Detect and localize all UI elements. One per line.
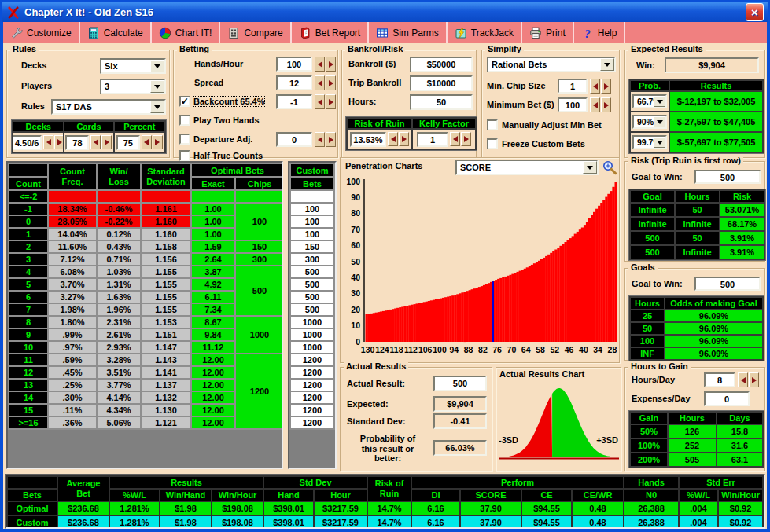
probability-field: 66.03% — [433, 440, 487, 456]
min-chip-field[interactable]: 1 — [558, 79, 588, 94]
chips-bet-cell: 150 — [236, 241, 283, 252]
backcount-field[interactable]: -1 — [276, 94, 312, 109]
spread-field[interactable]: 12 — [276, 75, 312, 90]
custom-bet-cell[interactable]: 1000 — [291, 317, 333, 328]
rules-combo[interactable]: S17 DAS — [51, 99, 166, 115]
players-combo[interactable]: 3 — [100, 79, 166, 94]
custom-bet-cell[interactable]: 300 — [291, 254, 333, 265]
custom-bet-cell[interactable]: 1200 — [291, 417, 333, 428]
hands-hour-spinner[interactable] — [315, 57, 336, 72]
freeze-custom-checkbox[interactable] — [487, 138, 498, 149]
toolbar: CustomizeCalculateChart IT!CompareBet Re… — [3, 22, 767, 44]
trip-bankroll-field[interactable]: $10000 — [410, 75, 473, 91]
chevron-down-icon[interactable] — [150, 80, 164, 93]
winloss-cell: 2.93% — [98, 342, 140, 353]
custom-bet-cell[interactable]: 1200 — [291, 354, 333, 365]
hands-hour-field[interactable]: 100 — [276, 57, 312, 72]
chart-zoom-button[interactable] — [601, 159, 618, 176]
custom-bet-cell[interactable]: 500 — [291, 266, 333, 277]
hours-day-field[interactable]: 8 — [704, 372, 735, 387]
chevron-down-icon[interactable] — [583, 161, 597, 174]
departure-spinner[interactable] — [315, 132, 336, 147]
cards-field[interactable]: 78 — [65, 135, 89, 150]
custom-bet-cell[interactable]: 1200 — [291, 392, 333, 403]
chevron-down-icon[interactable] — [600, 58, 614, 71]
kelly-factor-spinner[interactable] — [450, 132, 471, 146]
toolbar-button-customize[interactable]: Customize — [3, 22, 80, 43]
decks-dealt-spinner[interactable] — [43, 135, 63, 149]
min-chip-spinner[interactable] — [590, 79, 611, 94]
bet-mode-combo[interactable]: Rational Bets — [487, 57, 616, 72]
sd-cell: 1.143 — [142, 354, 190, 365]
custom-bet-cell[interactable]: 1200 — [291, 367, 333, 378]
expenses-day-field[interactable]: 0 — [704, 391, 750, 406]
svg-text:106: 106 — [418, 345, 433, 354]
goals-goal-field[interactable]: 500 — [694, 277, 761, 291]
prob-combo[interactable]: 66.7% — [632, 94, 667, 108]
winloss-cell: 5.06% — [98, 417, 140, 428]
custom-bet-cell[interactable]: 1200 — [291, 405, 333, 416]
column-header: Days — [717, 413, 762, 424]
freq-cell: .36% — [49, 417, 96, 428]
toolbar-button-help[interactable]: ?Help — [574, 22, 626, 43]
close-button[interactable]: × — [746, 3, 764, 21]
departure-checkbox[interactable] — [179, 134, 190, 145]
trip-bankroll-label: Trip Bankroll — [348, 78, 401, 87]
risk-of-ruin-field[interactable]: 13.53% — [350, 132, 386, 147]
custom-bet-cell[interactable] — [291, 191, 333, 202]
spin-left-button — [90, 135, 101, 149]
half-true-counts-checkbox[interactable] — [179, 150, 190, 161]
custom-bet-cell[interactable]: 500 — [291, 292, 333, 303]
freq-cell: .11% — [49, 405, 96, 416]
backcount-checkbox[interactable]: ✓ — [179, 96, 190, 107]
printer-icon — [529, 27, 542, 39]
decks-combo[interactable]: Six — [100, 58, 166, 74]
chart-selector-combo[interactable]: SCORE — [455, 160, 599, 175]
toolbar-button-chart-it[interactable]: Chart IT! — [152, 22, 221, 43]
risk-of-ruin-spinner[interactable] — [388, 132, 409, 146]
backcount-spinner[interactable] — [315, 94, 336, 109]
summary-cell: $0.92 — [719, 516, 762, 529]
custom-bet-cell[interactable]: 150 — [291, 241, 333, 252]
custom-bet-cell[interactable]: 100 — [291, 216, 333, 227]
chevron-down-icon[interactable] — [150, 101, 164, 113]
actual-result-field[interactable]: 500 — [433, 376, 487, 391]
count-cell: 0 — [9, 216, 47, 227]
bankroll-field[interactable]: $50000 — [410, 57, 473, 72]
toolbar-button-bet-report[interactable]: Bet Report — [292, 22, 369, 43]
prob-combo[interactable]: 90% — [632, 115, 667, 129]
decks-dealt-field[interactable]: 4.50/6 — [13, 135, 42, 150]
manual-min-bet-checkbox[interactable] — [487, 119, 498, 130]
min-bet-field[interactable]: 100 — [558, 97, 588, 112]
toolbar-button-calculate[interactable]: Calculate — [80, 22, 152, 43]
min-bet-spinner[interactable] — [590, 97, 611, 112]
chevron-down-icon[interactable] — [150, 60, 164, 72]
custom-bet-cell[interactable]: 500 — [291, 279, 333, 290]
custom-bet-cell[interactable]: 1000 — [291, 342, 333, 353]
toolbar-button-compare[interactable]: Compare — [220, 22, 291, 43]
toolbar-button-print[interactable]: Print — [522, 22, 574, 43]
prob-combo[interactable]: 99.7% — [632, 135, 667, 149]
custom-bet-cell[interactable]: 100 — [291, 229, 333, 240]
custom-bet-cell[interactable]: 1000 — [291, 329, 333, 340]
chevron-down-icon[interactable] — [654, 96, 665, 107]
spread-spinner[interactable] — [315, 75, 336, 90]
sd-cell: 1.156 — [142, 254, 190, 265]
departure-field[interactable]: 0 — [276, 132, 312, 147]
chevron-down-icon[interactable] — [654, 137, 665, 148]
custom-bet-cell[interactable]: 500 — [291, 304, 333, 315]
percent-field[interactable]: 75 — [116, 135, 140, 150]
custom-bet-cell[interactable]: 1200 — [291, 380, 333, 391]
kelly-factor-field[interactable]: 1 — [417, 132, 448, 147]
toolbar-button-sim-parms[interactable]: Sim Parms — [369, 22, 448, 43]
custom-bet-cell[interactable]: 100 — [291, 204, 333, 215]
toolbar-button-trackjack[interactable]: TrackJack — [448, 22, 522, 43]
title-bar[interactable]: Chapter X It! - Old Zen S16 × — [2, 2, 768, 22]
hours-field[interactable]: 50 — [410, 94, 473, 110]
cards-spinner[interactable] — [90, 135, 112, 149]
hours-day-spinner[interactable] — [738, 372, 759, 387]
chevron-down-icon[interactable] — [654, 116, 665, 127]
percent-spinner[interactable] — [142, 135, 163, 149]
risk-goal-field[interactable]: 500 — [694, 170, 761, 184]
play-two-hands-checkbox[interactable] — [179, 115, 190, 126]
